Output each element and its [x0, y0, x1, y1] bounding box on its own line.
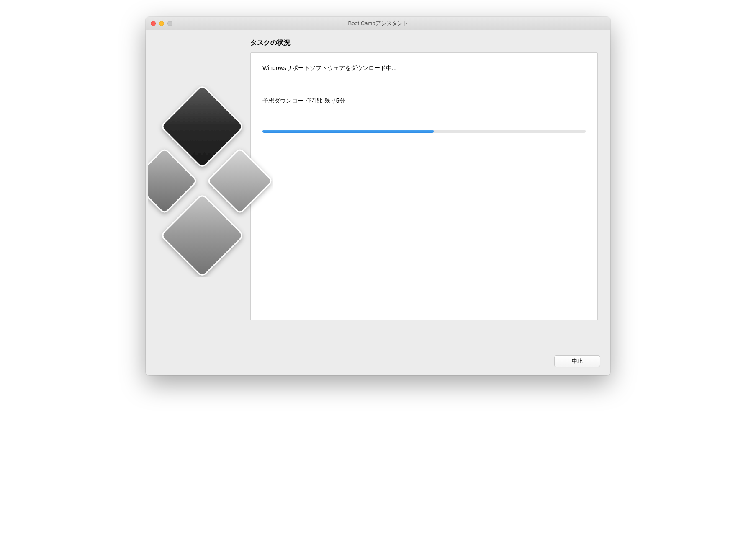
window-controls — [146, 21, 172, 26]
svg-rect-2 — [148, 148, 197, 214]
download-progress-bar — [262, 130, 586, 133]
main-content: タスクの状況 Windowsサポートソフトウェアをダウンロード中... 予想ダウ… — [250, 30, 610, 349]
maximize-icon — [167, 21, 172, 26]
content-area: タスクの状況 Windowsサポートソフトウェアをダウンロード中... 予想ダウ… — [146, 30, 610, 349]
download-status-text: Windowsサポートソフトウェアをダウンロード中... — [262, 65, 586, 72]
cancel-button[interactable]: 中止 — [554, 355, 600, 367]
minimize-icon[interactable] — [159, 21, 164, 26]
sidebar — [146, 30, 250, 349]
window-title: Boot Campアシスタント — [146, 20, 610, 27]
button-row: 中止 — [146, 349, 610, 375]
download-eta-text: 予想ダウンロード時間: 残り5分 — [262, 97, 586, 105]
status-panel: Windowsサポートソフトウェアをダウンロード中... 予想ダウンロード時間:… — [250, 52, 598, 320]
bootcamp-logo-icon — [148, 85, 273, 279]
titlebar[interactable]: Boot Campアシスタント — [146, 17, 610, 30]
svg-rect-1 — [207, 148, 273, 214]
svg-rect-3 — [161, 194, 244, 277]
download-progress-fill — [262, 130, 434, 133]
page-title: タスクの状況 — [250, 39, 598, 47]
app-window: Boot Campアシスタント — [146, 17, 610, 375]
close-icon[interactable] — [151, 21, 156, 26]
svg-rect-0 — [161, 85, 244, 168]
